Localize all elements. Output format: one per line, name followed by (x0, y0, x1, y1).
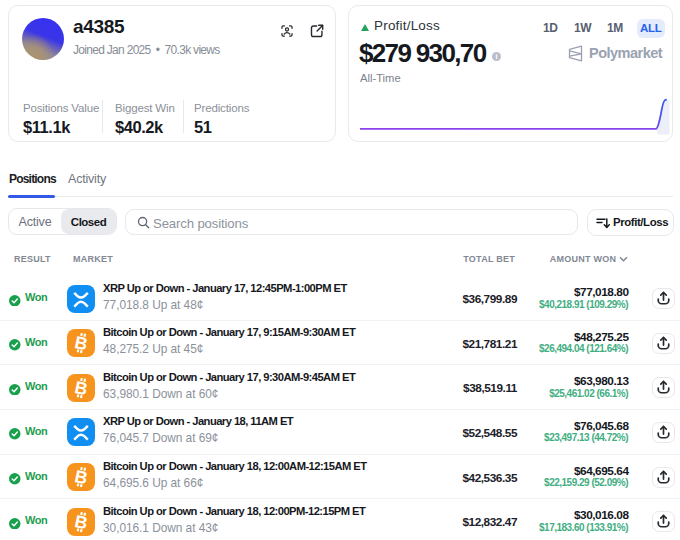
svg-text:B: B (73, 511, 90, 533)
svg-text:B: B (73, 466, 90, 488)
svg-text:B: B (73, 332, 90, 354)
svg-text:B: B (73, 377, 90, 399)
